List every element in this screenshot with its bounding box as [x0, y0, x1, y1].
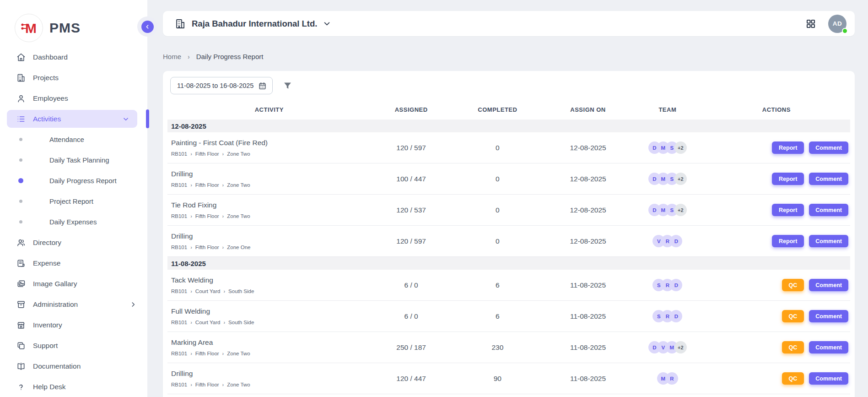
qc-button[interactable]: QC [782, 372, 804, 385]
qc-button[interactable]: QC [782, 341, 804, 353]
activity-path: RB101Fifth FloorZone Two [171, 151, 371, 157]
team-overflow-badge: +2 [674, 341, 687, 353]
bullet-dot-icon [19, 200, 22, 203]
team-avatars: DMS+2 [632, 204, 703, 216]
sidebar-subitem-label: Attendance [49, 136, 84, 143]
qc-button[interactable]: QC [782, 310, 804, 322]
company-selector[interactable]: Raja Bahadur International Ltd. [175, 18, 331, 29]
report-button[interactable]: Report [772, 141, 804, 154]
report-button[interactable]: Report [772, 235, 804, 247]
chevron-right-icon: › [188, 53, 190, 60]
comment-button[interactable]: Comment [809, 204, 848, 216]
sidebar-item-dashboard[interactable]: Dashboard [0, 47, 147, 67]
team-avatars: SRD [632, 279, 703, 291]
col-actions: ACTIONS [703, 106, 850, 113]
sidebar-item-expense[interactable]: Expense [0, 253, 147, 273]
image-icon [16, 279, 26, 288]
user-avatar[interactable]: AD [828, 15, 846, 33]
company-name: Raja Bahadur International Ltd. [192, 19, 317, 29]
comment-button[interactable]: Comment [809, 279, 848, 291]
team-avatar: R [666, 372, 678, 385]
comment-button[interactable]: Comment [809, 310, 848, 322]
chevron-right-icon [130, 301, 136, 308]
bullet-dot-icon [19, 138, 22, 141]
report-button[interactable]: Report [772, 173, 804, 185]
online-status-dot [842, 28, 848, 34]
help-icon [16, 382, 26, 392]
assigned-value: 120 / 447 [371, 375, 452, 383]
completed-value: 6 [452, 312, 544, 321]
table-row: Full Welding RB101Court YardSouth Side 6… [167, 301, 850, 332]
archive-icon [16, 300, 26, 309]
sidebar-item-label: Projects [33, 74, 59, 82]
sidebar-item-directory[interactable]: Directory [0, 232, 147, 253]
sidebar-item-label: Expense [33, 259, 60, 267]
activity-path: RB101Fifth FloorZone Two [171, 382, 371, 387]
comment-button[interactable]: Comment [809, 372, 848, 385]
progress-table: ACTIVITY ASSIGNED COMPLETED ASSIGN ON TE… [167, 101, 850, 394]
team-avatars: DMS+2 [632, 173, 703, 185]
sidebar-item-label: Activities [33, 115, 61, 123]
sidebar-subitem-attendance[interactable]: Attendance [0, 129, 147, 150]
sidebar-collapse-button[interactable] [137, 16, 157, 37]
sidebar-subitem-daily-task-planning[interactable]: Daily Task Planning [0, 150, 147, 170]
main-area: Raja Bahadur International Ltd. AD Home … [147, 0, 868, 397]
team-avatars: MR [632, 372, 703, 385]
apps-grid-icon[interactable] [805, 18, 816, 29]
assigned-value: 120 / 597 [371, 237, 452, 245]
bullet-dot-icon [19, 158, 22, 162]
table-row: Painting - First Coat (Fire Red) RB101Fi… [167, 132, 850, 163]
comment-button[interactable]: Comment [809, 341, 848, 353]
date-range-input[interactable]: 11-08-2025 to 16-08-2025 [170, 77, 273, 94]
book-icon [16, 362, 26, 371]
qc-button[interactable]: QC [782, 279, 804, 291]
comment-button[interactable]: Comment [809, 173, 848, 185]
sidebar-item-support[interactable]: Support [0, 335, 147, 356]
user-icon [16, 94, 26, 103]
sidebar-subitem-daily-progress-report[interactable]: Daily Progress Report [0, 170, 147, 191]
activity-path: RB101Court YardSouth Side [171, 288, 371, 294]
assign-on-value: 11-08-2025 [544, 281, 632, 289]
assign-on-value: 12-08-2025 [544, 237, 632, 245]
sidebar-subitem-project-report[interactable]: Project Report [0, 191, 147, 212]
active-edge-indicator [146, 109, 149, 128]
activity-path: RB101Court YardSouth Side [171, 320, 371, 325]
sidebar-item-activities[interactable]: Activities [0, 109, 147, 129]
brand: M PMS [0, 0, 147, 44]
assign-on-value: 11-08-2025 [544, 312, 632, 321]
sidebar-item-documentation[interactable]: Documentation [0, 356, 147, 376]
calendar-icon [258, 82, 267, 90]
report-button[interactable]: Report [772, 204, 804, 216]
team-avatar: D [670, 235, 682, 247]
sidebar-item-image-gallary[interactable]: Image Gallary [0, 273, 147, 294]
assign-on-value: 11-08-2025 [544, 375, 632, 383]
sidebar-item-administration[interactable]: Administration [0, 294, 147, 315]
team-overflow-badge: +2 [674, 141, 687, 154]
activity-name: Marking Area [171, 338, 371, 347]
team-avatars: SRD [632, 310, 703, 322]
store-icon [16, 321, 26, 330]
comment-button[interactable]: Comment [809, 141, 848, 154]
breadcrumb: Home › Daily Progress Report [163, 53, 263, 60]
receipt-icon [16, 259, 26, 268]
building-icon [16, 73, 26, 82]
app-logo: M [15, 14, 43, 42]
sidebar-item-label: Administration [33, 300, 78, 309]
sidebar-item-help-desk[interactable]: Help Desk [0, 376, 147, 397]
sidebar-item-employees[interactable]: Employees [0, 88, 147, 109]
sidebar-subitem-label: Daily Progress Report [49, 177, 117, 185]
sidebar-item-inventory[interactable]: Inventory [0, 315, 147, 335]
sidebar-item-label: Employees [33, 94, 68, 103]
sidebar-item-label: Documentation [33, 362, 81, 370]
activity-name: Painting - First Coat (Fire Red) [171, 139, 371, 147]
col-assigned: ASSIGNED [371, 106, 452, 113]
sidebar-item-projects[interactable]: Projects [0, 67, 147, 88]
sidebar-subitem-daily-expenses[interactable]: Daily Expenses [0, 212, 147, 232]
completed-value: 0 [452, 237, 544, 245]
svg-text:M: M [25, 21, 37, 36]
breadcrumb-home[interactable]: Home [163, 53, 181, 60]
comment-button[interactable]: Comment [809, 235, 848, 247]
assign-on-value: 12-08-2025 [544, 206, 632, 214]
filter-icon[interactable] [283, 81, 292, 91]
completed-value: 6 [452, 281, 544, 289]
